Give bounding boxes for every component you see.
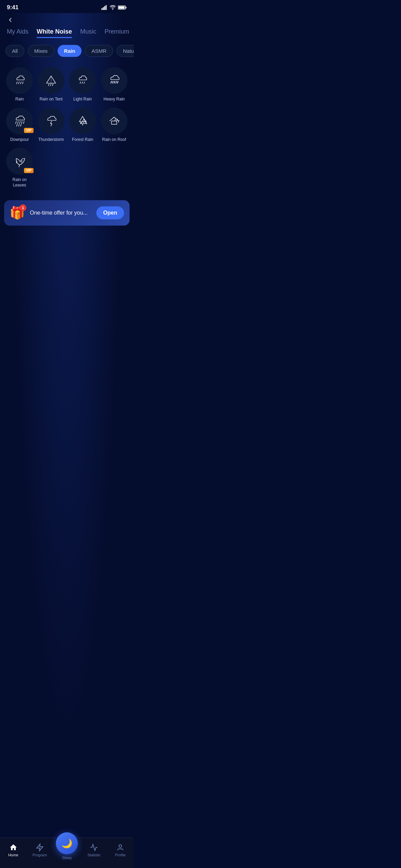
svg-line-39 (115, 119, 116, 121)
sound-label-light-rain: Light Rain (73, 97, 92, 102)
main-tabs: My Aids White Noise Music Premium (0, 28, 134, 38)
tab-premium[interactable]: Premium (105, 28, 129, 38)
sound-grid: Rain Rain on Tent (0, 60, 134, 195)
sound-label-forest-rain: Forest Rain (72, 137, 93, 143)
status-bar: 9:41 (0, 0, 134, 13)
svg-marker-11 (47, 76, 56, 83)
svg-line-44 (22, 160, 22, 162)
svg-rect-3 (106, 5, 107, 10)
chip-all[interactable]: All (5, 45, 24, 57)
svg-line-8 (19, 82, 19, 84)
tab-my-aids[interactable]: My Aids (7, 28, 28, 38)
moon-icon: 🌙 (61, 838, 72, 849)
profile-icon (116, 843, 124, 852)
sound-icon-rain-tent (38, 67, 64, 94)
svg-line-23 (118, 81, 118, 83)
svg-line-9 (21, 82, 21, 84)
chip-mixes[interactable]: Mixes (28, 45, 54, 57)
nav-profile[interactable]: Profile (110, 843, 131, 857)
svg-line-31 (21, 124, 21, 126)
svg-rect-5 (126, 7, 127, 9)
sound-label-heavy-rain: Heavy Rain (104, 97, 125, 102)
sound-icon-rain (6, 67, 33, 94)
svg-rect-0 (101, 8, 102, 10)
promo-text: One-time offer for you... (30, 210, 92, 216)
svg-line-42 (19, 165, 20, 167)
sound-heavy-rain[interactable]: Heavy Rain (100, 67, 128, 102)
nav-home[interactable]: Home (3, 843, 24, 857)
svg-line-14 (50, 84, 51, 86)
svg-rect-1 (103, 7, 104, 10)
program-icon (36, 843, 44, 852)
svg-line-17 (82, 82, 83, 84)
vip-badge-downpour: VIP (24, 128, 34, 133)
status-time: 9:41 (7, 4, 19, 11)
svg-line-7 (16, 82, 17, 84)
svg-point-46 (119, 845, 122, 847)
tab-music[interactable]: Music (80, 28, 96, 38)
sound-label-downpour: Downpour (10, 137, 29, 143)
chip-asmr[interactable]: ASMR (85, 45, 113, 57)
svg-line-20 (112, 81, 113, 83)
sound-icon-downpour: VIP (6, 108, 33, 134)
sound-icon-rain-roof (101, 108, 127, 134)
back-button[interactable] (0, 13, 134, 28)
sound-light-rain[interactable]: Light Rain (69, 67, 97, 102)
svg-line-28 (23, 121, 24, 124)
nav-statistic-label: Statistic (87, 853, 101, 857)
nav-statistic[interactable]: Statistic (84, 843, 104, 857)
svg-line-15 (52, 84, 53, 86)
chip-rain[interactable]: Rain (58, 45, 82, 57)
nav-sleep[interactable]: 🌙 Sleep (56, 841, 78, 860)
filter-chips: All Mixes Rain ASMR Nature Anim (0, 38, 134, 60)
sound-icon-forest-rain (69, 108, 96, 134)
statistic-icon (90, 843, 98, 852)
svg-line-29 (16, 124, 17, 126)
svg-line-10 (23, 82, 23, 84)
sound-label-rain-roof: Rain on Roof (102, 137, 126, 143)
sound-icon-rain-leaves: VIP (6, 148, 33, 174)
sound-rain-roof[interactable]: Rain on Roof (100, 108, 128, 143)
sound-label-rain-leaves: Rain on Leaves (5, 177, 34, 188)
svg-line-24 (16, 121, 16, 124)
svg-line-18 (84, 82, 85, 84)
svg-rect-2 (104, 6, 105, 10)
wifi-icon (110, 5, 116, 10)
svg-line-13 (48, 84, 49, 86)
bottom-nav: Home Program 🌙 Sleep Statistic Profile (0, 837, 134, 868)
svg-marker-45 (37, 844, 43, 851)
nav-home-label: Home (8, 853, 18, 857)
sound-label-rain: Rain (15, 97, 24, 102)
sound-icon-heavy-rain (101, 67, 127, 94)
sleep-button[interactable]: 🌙 (56, 832, 78, 854)
promo-open-button[interactable]: Open (96, 206, 124, 219)
svg-rect-6 (119, 7, 125, 9)
sound-thunderstorm[interactable]: Thunderstorm (37, 108, 65, 143)
sound-icon-thunderstorm (38, 108, 64, 134)
svg-line-22 (116, 81, 117, 83)
sound-forest-rain[interactable]: Forest Rain (69, 108, 97, 143)
svg-line-30 (19, 124, 19, 126)
sound-rain[interactable]: Rain (5, 67, 34, 102)
promo-banner: 🎁 1 One-time offer for you... Open (4, 200, 130, 226)
chip-nature[interactable]: Nature (117, 45, 134, 57)
sound-label-thunderstorm: Thunderstorm (38, 137, 64, 143)
svg-line-27 (22, 121, 22, 124)
sound-icon-light-rain (69, 67, 96, 94)
svg-line-26 (20, 121, 20, 124)
svg-line-16 (80, 82, 81, 84)
signal-icon (101, 5, 108, 10)
tab-white-noise[interactable]: White Noise (37, 28, 72, 38)
svg-line-36 (84, 121, 84, 123)
sound-rain-tent[interactable]: Rain on Tent (37, 67, 65, 102)
status-icons (101, 5, 127, 10)
sound-rain-leaves[interactable]: VIP Rain on Leaves (5, 148, 34, 188)
nav-sleep-label: Sleep (62, 856, 72, 860)
promo-icon: 🎁 1 (10, 206, 25, 220)
nav-program[interactable]: Program (29, 843, 50, 857)
nav-profile-label: Profile (115, 853, 126, 857)
sound-downpour[interactable]: VIP Downpour (5, 108, 34, 143)
battery-icon (118, 5, 127, 10)
nav-program-label: Program (33, 853, 47, 857)
svg-line-19 (111, 81, 112, 83)
